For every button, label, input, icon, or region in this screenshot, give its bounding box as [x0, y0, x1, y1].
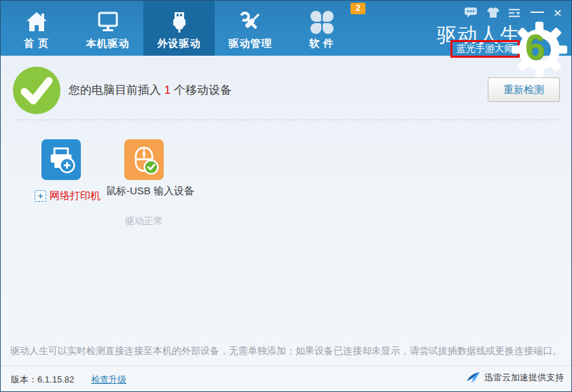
tab-peripheral-drivers-label: 外设驱动 [158, 37, 201, 50]
add-network-printer[interactable]: + 网络打印机 [35, 190, 101, 202]
tab-local-drivers[interactable]: 本机驱动 [72, 1, 143, 56]
home-icon [23, 7, 50, 37]
apps-icon [310, 7, 334, 37]
tab-local-drivers-label: 本机驱动 [86, 37, 130, 50]
version-label: 版本：6.1.15.82 [11, 374, 74, 386]
tools-icon [237, 7, 264, 37]
software-count-badge: 2 [351, 3, 365, 14]
separator-dashed [16, 120, 558, 120]
device-count: 1 [164, 84, 171, 96]
sponsor: 迅雷云加速提供支持 [465, 371, 564, 385]
printer-icon [46, 145, 76, 175]
thunder-icon [465, 371, 480, 385]
titlebar-controls: — × [464, 7, 562, 18]
title-bar: 首 页 本机驱动 [1, 1, 571, 56]
tab-home[interactable]: 首 页 [1, 1, 72, 56]
gear-logo-number: 6 [525, 28, 545, 66]
device-tile-network-printer[interactable] [41, 139, 81, 180]
skin-icon[interactable] [487, 7, 499, 18]
tab-driver-management[interactable]: 驱动管理 [215, 1, 286, 56]
device-tile-usb-mouse[interactable] [124, 139, 164, 180]
feedback-icon[interactable] [464, 7, 478, 18]
driver-status-text: 驱动正常 [125, 215, 163, 228]
tab-home-label: 首 页 [24, 37, 49, 50]
tab-software-label: 软 件 [309, 37, 334, 50]
app-window: 首 页 本机驱动 [0, 0, 572, 392]
main-nav: 首 页 本机驱动 [1, 1, 357, 56]
check-update-link[interactable]: 检查升级 [91, 374, 126, 386]
status-message: 您的电脑目前插入 1 个移动设备 [69, 82, 232, 98]
tab-peripheral-drivers[interactable]: 外设驱动 [143, 1, 215, 56]
hint-text: 驱动人生可以实时检测直接连接至本机的外部设备，无需单独添加；如果设备已连接却未显… [1, 345, 571, 357]
sponsor-label: 迅雷云加速提供支持 [484, 372, 564, 384]
add-plus-icon[interactable]: + [35, 190, 46, 202]
close-button[interactable]: × [554, 7, 562, 18]
mouse-icon [129, 145, 159, 175]
monitor-icon [94, 7, 122, 37]
status-message-prefix: 您的电脑目前插入 [69, 84, 164, 96]
status-message-suffix: 个移动设备 [171, 84, 232, 96]
minimize-button[interactable]: — [531, 6, 544, 16]
status-ok-icon [13, 67, 60, 114]
menu-icon[interactable] [509, 8, 521, 18]
usb-icon [166, 7, 193, 37]
status-bar: 版本：6.1.15.82 检查升级 迅雷云加速提供支持 [1, 366, 571, 392]
device-label-network-printer[interactable]: 网络打印机 [50, 190, 101, 202]
tab-driver-management-label: 驱动管理 [229, 37, 272, 50]
tab-software[interactable]: 软 件 2 [286, 1, 357, 56]
device-label-usb-mouse: 鼠标-USB 输入设备 [106, 185, 194, 198]
